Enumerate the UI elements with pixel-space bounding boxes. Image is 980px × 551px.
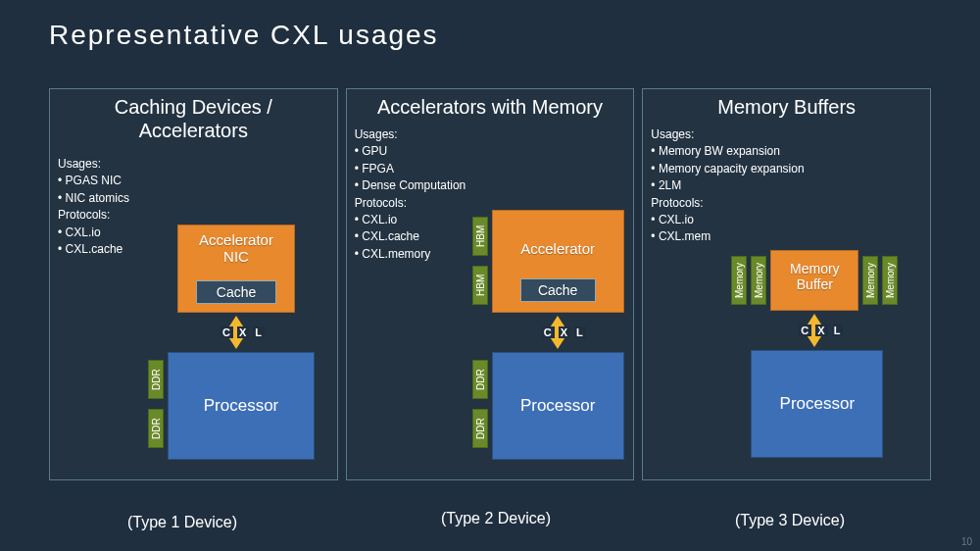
panel2-hbm-0: HBM [472,217,488,256]
panel3-protocols-hdr: Protocols: [651,195,804,212]
panel2-title-line1: Accelerators with Memory [377,96,603,118]
panel2-ddr-0: DDR [472,360,488,399]
panel1-diagram: Accelerator NIC Cache CXL DDR DDR Proces… [50,234,337,479]
panel-type2: Accelerators with Memory Usages: GPU FPG… [346,88,635,480]
panel2-device-line1: Accelerator [520,240,595,257]
panel1-cxl-label: CXL [219,326,267,338]
panel2-protocols-hdr: Protocols: [355,195,466,212]
caption-type1: (Type 1 Device) [127,514,237,531]
panel3-mem-l0: Memory [731,256,747,305]
panel3-usage-1: Memory capacity expansion [651,161,804,177]
panel2-cxl-label: CXL [540,326,588,338]
panel3-device-line1: Memory [790,261,840,276]
cxl-l: L [253,326,265,338]
panel1-title-line2: Accelerators [139,120,248,141]
panel3-mem-r1: Memory [882,256,898,305]
cxl-c: C [799,325,811,336]
panel3-diagram: Memory Memory Memory Buffer Memory Memor… [643,234,930,479]
panel2-ddr-1: DDR [472,409,488,448]
panel1-protocols-hdr: Protocols: [58,207,129,224]
panel2-accelerator-box: Accelerator Cache [492,210,624,313]
panel1-device-line2: NIC [178,248,294,265]
panel2-processor: Processor [492,352,624,460]
panel2-hbm-1: HBM [472,266,488,305]
panel1-device-line1: Accelerator [199,231,273,248]
caption-type2: (Type 2 Device) [441,510,551,527]
panel3-proto-0: CXL.io [651,212,804,228]
panel2-usage-2: Dense Computation [355,177,466,194]
panels-row: Caching Devices / Accelerators Usages: P… [49,88,931,480]
panel1-processor: Processor [168,352,315,460]
panel3-mem-l1: Memory [751,256,766,305]
panel1-usage-0: PGAS NIC [58,173,129,189]
panel3-usage-2: 2LM [651,177,804,194]
panel2-usages-hdr: Usages: [355,126,466,143]
caption-type3: (Type 3 Device) [735,512,845,529]
panel1-cache: Cache [196,280,276,304]
panel3-title-line1: Memory Buffers [717,96,856,118]
cxl-l: L [832,325,844,336]
panel1-ddr-1: DDR [148,409,164,448]
panel1-accelerator-box: Accelerator NIC Cache [177,225,295,313]
cxl-l: L [574,326,586,338]
panel1-usages-hdr: Usages: [58,156,129,173]
panel3-processor: Processor [751,350,883,458]
cxl-x: X [815,325,827,336]
panel2-usage-0: GPU [355,143,466,160]
panel3-membuffer-box: Memory Buffer [770,250,858,311]
panel3-device-line2: Buffer [771,276,858,292]
page-number: 10 [961,536,972,547]
panel1-usage-1: NIC atomics [58,190,129,207]
cxl-x: X [237,326,249,338]
panel-type1: Caching Devices / Accelerators Usages: P… [49,88,338,480]
panel2-usage-1: FPGA [355,161,466,177]
panel1-title: Caching Devices / Accelerators [50,89,337,144]
panel2-title: Accelerators with Memory [347,89,634,121]
panel-type3: Memory Buffers Usages: Memory BW expansi… [642,88,931,480]
panel2-proto-0: CXL.io [355,212,466,228]
panel1-title-line1: Caching Devices / [115,96,272,118]
panel3-title: Memory Buffers [643,89,930,121]
cxl-c: C [220,326,233,338]
cxl-x: X [559,326,570,338]
panel3-usage-0: Memory BW expansion [651,143,804,160]
panel2-cache: Cache [520,278,596,302]
panel3-bullets: Usages: Memory BW expansion Memory capac… [651,126,804,246]
panel1-ddr-0: DDR [148,360,164,399]
panel2-diagram: HBM HBM Accelerator Cache CXL DDR DDR Pr… [347,234,634,479]
panel3-usages-hdr: Usages: [651,126,804,143]
slide-title: Representative CXL usages [49,20,439,51]
panel3-cxl-label: CXL [797,325,845,336]
cxl-c: C [542,326,555,338]
panel3-mem-r0: Memory [862,256,878,305]
